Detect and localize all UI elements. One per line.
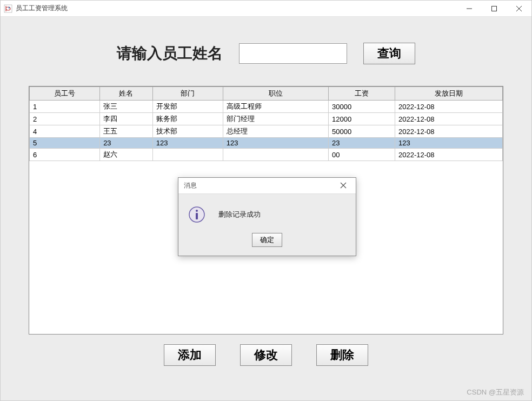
info-icon — [188, 206, 205, 223]
table-cell[interactable]: 123 — [223, 138, 328, 149]
table-cell[interactable]: 123 — [395, 138, 503, 149]
table-cell[interactable]: 23 — [329, 138, 395, 149]
add-button[interactable]: 添加 — [164, 344, 216, 366]
maximize-button[interactable] — [482, 1, 507, 16]
table-row[interactable]: 1张三开发部高级工程师300002022-12-08 — [30, 101, 503, 113]
minimize-button[interactable] — [457, 1, 482, 16]
table-cell[interactable]: 12000 — [329, 113, 395, 125]
table-cell[interactable]: 张三 — [100, 101, 153, 113]
table-cell[interactable]: 账务部 — [152, 113, 223, 125]
window-controls — [457, 1, 531, 16]
message-dialog: 消息 删除记录成功 确定 — [178, 177, 356, 256]
table-cell[interactable]: 高级工程师 — [223, 101, 328, 113]
action-row: 添加 修改 删除 — [1, 335, 531, 378]
column-header[interactable]: 员工号 — [30, 87, 100, 101]
main-window: 员工工资管理系统 请输入员工姓名 查询 员工号姓名部门职位工资发放日期 — [0, 0, 532, 401]
table-cell[interactable]: 2022-12-08 — [395, 149, 503, 161]
search-button[interactable]: 查询 — [363, 43, 415, 64]
dialog-title: 消息 — [184, 181, 335, 190]
dialog-close-button[interactable] — [335, 181, 351, 191]
svg-point-9 — [196, 210, 198, 212]
table-cell[interactable]: 123 — [152, 138, 223, 149]
minimize-icon — [467, 6, 472, 11]
close-icon — [516, 6, 522, 11]
table-cell[interactable]: 李四 — [100, 113, 153, 125]
table-cell[interactable]: 总经理 — [223, 125, 328, 138]
table-cell[interactable]: 技术部 — [152, 125, 223, 138]
maximize-icon — [491, 6, 497, 11]
titlebar: 员工工资管理系统 — [1, 1, 531, 17]
dialog-body: 删除记录成功 — [178, 194, 356, 230]
table-row[interactable]: 4王五技术部总经理500002022-12-08 — [30, 125, 503, 138]
table-cell[interactable]: 王五 — [100, 125, 153, 138]
table-row[interactable]: 2李四账务部部门经理120002022-12-08 — [30, 113, 503, 125]
table-cell[interactable]: 6 — [30, 149, 100, 161]
app-icon — [4, 4, 12, 13]
column-header[interactable]: 部门 — [152, 87, 223, 101]
dialog-footer: 确定 — [178, 230, 356, 256]
table-cell[interactable]: 部门经理 — [223, 113, 328, 125]
table-header-row: 员工号姓名部门职位工资发放日期 — [30, 87, 503, 101]
table-row[interactable]: 52312312323123 — [30, 138, 503, 149]
column-header[interactable]: 姓名 — [100, 87, 153, 101]
table-cell[interactable] — [152, 149, 223, 161]
window-title: 员工工资管理系统 — [16, 4, 457, 13]
svg-point-1 — [9, 6, 10, 8]
column-header[interactable]: 职位 — [223, 87, 328, 101]
close-button[interactable] — [507, 1, 531, 16]
search-input[interactable] — [239, 43, 347, 64]
employee-table: 员工号姓名部门职位工资发放日期 1张三开发部高级工程师300002022-12-… — [29, 86, 503, 161]
table-cell[interactable]: 5 — [30, 138, 100, 149]
table-cell[interactable]: 50000 — [329, 125, 395, 138]
column-header[interactable]: 发放日期 — [395, 87, 503, 101]
content-area: 请输入员工姓名 查询 员工号姓名部门职位工资发放日期 1张三开发部高级工程师30… — [1, 17, 531, 400]
table-cell[interactable]: 2022-12-08 — [395, 125, 503, 138]
dialog-message: 删除记录成功 — [218, 210, 261, 219]
edit-button[interactable]: 修改 — [240, 344, 292, 366]
search-label: 请输入员工姓名 — [117, 43, 223, 64]
svg-rect-10 — [196, 213, 198, 219]
table-cell[interactable]: 开发部 — [152, 101, 223, 113]
svg-rect-3 — [492, 6, 497, 11]
dialog-ok-button[interactable]: 确定 — [252, 233, 282, 247]
table-row[interactable]: 6赵六002022-12-08 — [30, 149, 503, 161]
table-cell[interactable]: 23 — [100, 138, 153, 149]
table-cell[interactable]: 00 — [329, 149, 395, 161]
table-cell[interactable]: 2022-12-08 — [395, 101, 503, 113]
table-cell[interactable]: 2022-12-08 — [395, 113, 503, 125]
watermark: CSDN @五星资源 — [467, 387, 524, 397]
table-cell[interactable]: 4 — [30, 125, 100, 138]
close-icon — [340, 182, 347, 189]
delete-button[interactable]: 删除 — [316, 344, 368, 366]
search-row: 请输入员工姓名 查询 — [1, 17, 531, 86]
table-cell[interactable]: 1 — [30, 101, 100, 113]
table-cell[interactable]: 赵六 — [100, 149, 153, 161]
dialog-titlebar: 消息 — [178, 178, 356, 194]
table-cell[interactable]: 2 — [30, 113, 100, 125]
svg-rect-0 — [4, 5, 12, 12]
table-cell[interactable] — [223, 149, 328, 161]
column-header[interactable]: 工资 — [329, 87, 395, 101]
table-cell[interactable]: 30000 — [329, 101, 395, 113]
